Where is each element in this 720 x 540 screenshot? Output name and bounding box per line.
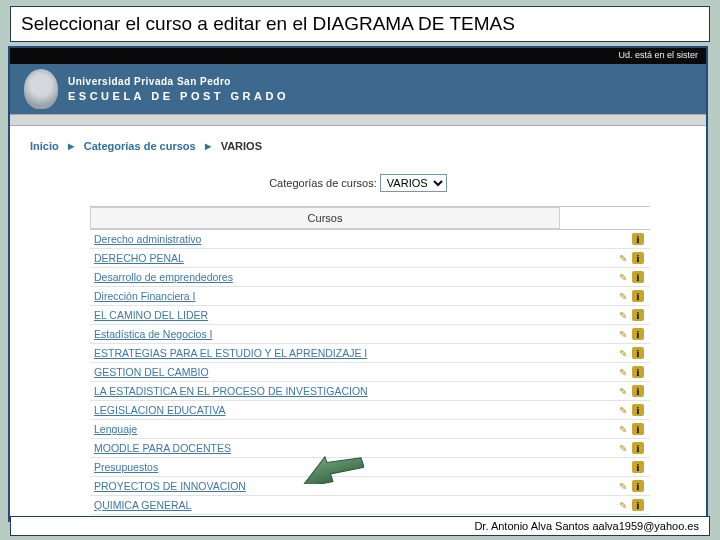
course-link[interactable]: Dirección Financiera I xyxy=(90,290,560,302)
status-bar: Ud. está en el sister xyxy=(10,48,706,64)
course-link[interactable]: Derecho administrativo xyxy=(90,233,560,245)
breadcrumb-categories[interactable]: Categorías de cursos xyxy=(84,140,196,152)
table-header: Cursos xyxy=(90,207,650,230)
breadcrumb-sep-icon: ► xyxy=(66,140,77,152)
school-name: ESCUELA DE POST GRADO xyxy=(68,90,289,102)
breadcrumb-sep-icon: ► xyxy=(203,140,214,152)
info-icon[interactable]: i xyxy=(632,404,644,416)
university-name: Universidad Privada San Pedro xyxy=(68,76,289,87)
table-row: Estadística de Negocios I✎i xyxy=(90,325,650,344)
table-row: MOODLE PARA DOCENTES✎i xyxy=(90,439,650,458)
key-icon: ✎ xyxy=(617,385,629,397)
key-icon: ✎ xyxy=(617,290,629,302)
table-row: DERECHO PENAL✎i xyxy=(90,249,650,268)
info-icon[interactable]: i xyxy=(632,233,644,245)
breadcrumb: Inicio ► Categorías de cursos ► VARIOS xyxy=(10,126,706,162)
key-icon: ✎ xyxy=(617,252,629,264)
key-icon: ✎ xyxy=(617,442,629,454)
course-link[interactable]: EL CAMINO DEL LIDER xyxy=(90,309,560,321)
course-link[interactable]: Presupuestos xyxy=(90,461,560,473)
info-icon[interactable]: i xyxy=(632,423,644,435)
info-icon[interactable]: i xyxy=(632,252,644,264)
course-link[interactable]: Estadística de Negocios I xyxy=(90,328,560,340)
info-icon[interactable]: i xyxy=(632,328,644,340)
key-icon: ✎ xyxy=(617,499,629,511)
filter-label: Categorías de cursos: xyxy=(269,177,377,189)
course-link[interactable]: ESTRATEGIAS PARA EL ESTUDIO Y EL APRENDI… xyxy=(90,347,560,359)
table-row: LA ESTADISTICA EN EL PROCESO DE INVESTIG… xyxy=(90,382,650,401)
category-select[interactable]: VARIOS xyxy=(380,174,447,192)
key-icon: ✎ xyxy=(617,366,629,378)
table-row: EL CAMINO DEL LIDER✎i xyxy=(90,306,650,325)
site-banner: Universidad Privada San Pedro ESCUELA DE… xyxy=(10,64,706,114)
table-row: QUIMICA GENERAL✎i xyxy=(90,496,650,515)
university-logo xyxy=(24,69,58,109)
courses-table: Cursos Derecho administrativoiDERECHO PE… xyxy=(90,206,650,522)
key-icon: ✎ xyxy=(617,404,629,416)
key-icon: ✎ xyxy=(617,328,629,340)
course-link[interactable]: DERECHO PENAL xyxy=(90,252,560,264)
header-courses: Cursos xyxy=(90,207,560,229)
breadcrumb-home[interactable]: Inicio xyxy=(30,140,59,152)
table-row: Dirección Financiera I✎i xyxy=(90,287,650,306)
course-link[interactable]: QUIMICA GENERAL xyxy=(90,499,560,511)
key-icon: ✎ xyxy=(617,347,629,359)
info-icon[interactable]: i xyxy=(632,347,644,359)
breadcrumb-current: VARIOS xyxy=(221,140,262,152)
course-link[interactable]: LA ESTADISTICA EN EL PROCESO DE INVESTIG… xyxy=(90,385,560,397)
info-icon[interactable]: i xyxy=(632,309,644,321)
app-screenshot: Ud. está en el sister Universidad Privad… xyxy=(8,46,708,522)
course-link[interactable]: Desarrollo de emprendedores xyxy=(90,271,560,283)
info-icon[interactable]: i xyxy=(632,366,644,378)
table-row: PROYECTOS DE INNOVACION✎i xyxy=(90,477,650,496)
table-row: Desarrollo de emprendedores✎i xyxy=(90,268,650,287)
key-icon: ✎ xyxy=(617,423,629,435)
table-row: LEGISLACION EDUCATIVA✎i xyxy=(90,401,650,420)
slide-title: Seleccionar el curso a editar en el DIAG… xyxy=(10,6,710,42)
course-link[interactable]: LEGISLACION EDUCATIVA xyxy=(90,404,560,416)
info-icon[interactable]: i xyxy=(632,290,644,302)
course-link[interactable]: MOODLE PARA DOCENTES xyxy=(90,442,560,454)
info-icon[interactable]: i xyxy=(632,480,644,492)
course-link[interactable]: PROYECTOS DE INNOVACION xyxy=(90,480,560,492)
key-icon: ✎ xyxy=(617,271,629,283)
table-row: GESTION DEL CAMBIO✎i xyxy=(90,363,650,382)
info-icon[interactable]: i xyxy=(632,271,644,283)
course-link[interactable]: Lenguaje xyxy=(90,423,560,435)
info-icon[interactable]: i xyxy=(632,442,644,454)
slide-footer: Dr. Antonio Alva Santos aalva1959@yahoo.… xyxy=(10,516,710,536)
key-icon: ✎ xyxy=(617,480,629,492)
info-icon[interactable]: i xyxy=(632,499,644,511)
course-link[interactable]: GESTION DEL CAMBIO xyxy=(90,366,560,378)
table-row: Derecho administrativoi xyxy=(90,230,650,249)
key-icon: ✎ xyxy=(617,309,629,321)
divider-bar xyxy=(10,114,706,126)
table-row: Lenguaje✎i xyxy=(90,420,650,439)
table-row: Presupuestosi xyxy=(90,458,650,477)
info-icon[interactable]: i xyxy=(632,385,644,397)
info-icon[interactable]: i xyxy=(632,461,644,473)
table-row: ESTRATEGIAS PARA EL ESTUDIO Y EL APRENDI… xyxy=(90,344,650,363)
category-filter: Categorías de cursos: VARIOS xyxy=(10,162,706,206)
